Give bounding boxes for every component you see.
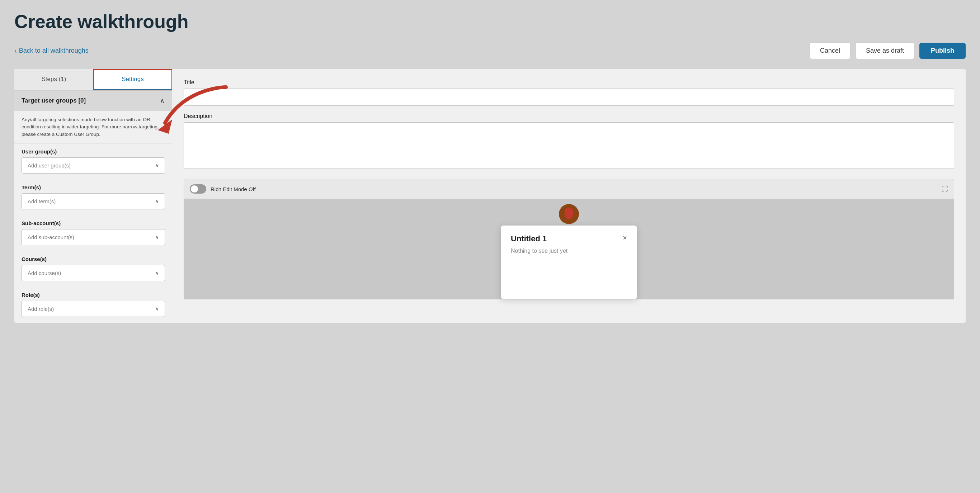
back-label: Back to all walkthroughs — [19, 47, 89, 54]
roles-placeholder: Add role(s) — [28, 306, 54, 312]
left-panel: Steps (1) Settings Target user groups [0… — [14, 69, 172, 323]
publish-button[interactable]: Publish — [920, 43, 966, 59]
top-actions: Cancel Save as draft Publish — [810, 42, 966, 59]
avatar-icon — [559, 204, 579, 224]
chevron-down-icon: ∨ — [155, 162, 159, 168]
description-label: Description — [184, 113, 954, 119]
rich-edit-left: Rich Edit Mode Off — [190, 184, 256, 194]
popup-card: Untitled 1 × Nothing to see just yet — [501, 226, 637, 299]
chevron-down-icon: ∨ — [155, 198, 159, 204]
tab-steps[interactable]: Steps (1) — [14, 69, 93, 91]
cancel-button[interactable]: Cancel — [810, 42, 851, 59]
terms-label: Term(s) — [22, 184, 165, 190]
save-draft-button[interactable]: Save as draft — [856, 42, 914, 59]
chevron-down-icon: ∨ — [155, 270, 159, 276]
expand-icon[interactable]: ⛶ — [942, 185, 948, 193]
back-link[interactable]: ‹ Back to all walkthroughs — [14, 47, 89, 55]
popup-close-button[interactable]: × — [623, 234, 627, 241]
title-label: Title — [184, 79, 954, 86]
main-layout: Steps (1) Settings Target user groups [0… — [14, 69, 966, 323]
roles-label: Role(s) — [22, 292, 165, 298]
rich-edit-toggle[interactable] — [190, 184, 206, 194]
courses-field: Course(s) Add course(s) ∨ — [14, 251, 172, 281]
rich-edit-label: Rich Edit Mode Off — [210, 186, 256, 192]
terms-placeholder: Add term(s) — [28, 198, 56, 204]
description-textarea[interactable] — [184, 122, 954, 169]
subaccount-field: Sub-account(s) Add sub-account(s) ∨ — [14, 215, 172, 245]
preview-area: Untitled 1 × Nothing to see just yet — [184, 199, 954, 299]
rich-edit-bar: Rich Edit Mode Off ⛶ — [184, 179, 954, 199]
subaccount-label: Sub-account(s) — [22, 220, 165, 226]
subaccount-placeholder: Add sub-account(s) — [28, 234, 74, 240]
terms-dropdown[interactable]: Add term(s) ∨ — [22, 193, 165, 209]
user-group-placeholder: Add user group(s) — [28, 162, 71, 169]
section-header: Target user groups [0] ∧ — [14, 91, 172, 111]
right-panel: Title Description Rich Edit Mode Off ⛶ — [172, 69, 966, 323]
left-content: Target user groups [0] ∧ Any/all targeti… — [14, 91, 172, 317]
collapse-icon[interactable]: ∧ — [160, 97, 165, 105]
popup-header: Untitled 1 × — [511, 234, 627, 243]
courses-dropdown[interactable]: Add course(s) ∨ — [22, 265, 165, 281]
tab-settings[interactable]: Settings — [93, 69, 172, 91]
popup-title: Untitled 1 — [511, 234, 547, 243]
title-input[interactable] — [184, 89, 954, 106]
section-header-title: Target user groups [0] — [22, 97, 86, 104]
user-group-dropdown[interactable]: Add user group(s) ∨ — [22, 157, 165, 173]
user-group-label: User group(s) — [22, 148, 165, 154]
subaccount-dropdown[interactable]: Add sub-account(s) ∨ — [22, 229, 165, 245]
popup-body: Nothing to see just yet — [511, 248, 627, 254]
chevron-down-icon: ∨ — [155, 234, 159, 240]
user-group-field: User group(s) Add user group(s) ∨ — [14, 143, 172, 173]
roles-dropdown[interactable]: Add role(s) ∨ — [22, 301, 165, 317]
chevron-left-icon: ‹ — [14, 47, 17, 55]
chevron-down-icon: ∨ — [155, 306, 159, 312]
courses-label: Course(s) — [22, 256, 165, 262]
roles-field: Role(s) Add role(s) ∨ — [14, 287, 172, 317]
tabs: Steps (1) Settings — [14, 69, 172, 91]
courses-placeholder: Add course(s) — [28, 270, 61, 276]
top-bar: ‹ Back to all walkthroughs Cancel Save a… — [14, 42, 966, 59]
page-title: Create walkthrough — [14, 11, 966, 32]
targeting-note: Any/all targeting selections made below … — [14, 111, 172, 143]
terms-field: Term(s) Add term(s) ∨ — [14, 179, 172, 209]
